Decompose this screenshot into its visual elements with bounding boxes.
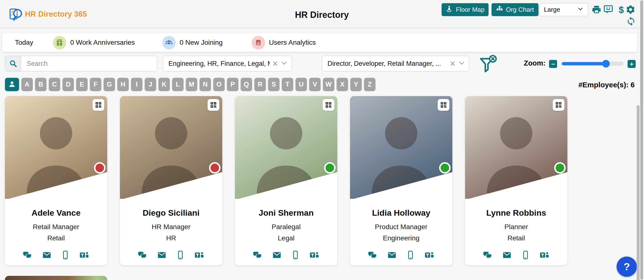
alphabet-letter-button[interactable]: Q: [240, 78, 252, 91]
email-button[interactable]: [272, 251, 282, 260]
alphabet-letter-button[interactable]: Z: [364, 78, 376, 91]
alphabet-all-button[interactable]: [5, 78, 19, 91]
page-scrollbar[interactable]: [640, 0, 644, 280]
card-size-select[interactable]: Large: [539, 3, 588, 16]
phone-button[interactable]: [176, 251, 184, 260]
contact-actions: [5, 251, 107, 260]
new-joining-item[interactable]: 0 New Joining: [162, 36, 223, 49]
zoom-out-button[interactable]: −: [549, 60, 557, 68]
content-scrollbar[interactable]: [637, 105, 640, 280]
presence-indicator: [324, 162, 336, 174]
employee-card[interactable]: Lidia Holloway Product Manager Engineeri…: [350, 96, 452, 265]
chevron-down-icon[interactable]: [281, 60, 288, 67]
chat-button[interactable]: [483, 251, 492, 260]
employee-card-partial[interactable]: [5, 276, 107, 280]
alphabet-letter-button[interactable]: L: [172, 78, 184, 91]
alphabet-letter-button[interactable]: Y: [350, 78, 362, 91]
zoom-slider[interactable]: [562, 62, 623, 65]
org-chart-button[interactable]: Org Chart: [492, 3, 538, 16]
page-scrollbar-thumb[interactable]: [640, 0, 643, 280]
chat-button[interactable]: [22, 251, 32, 260]
zoom-slider-thumb[interactable]: [602, 60, 610, 67]
chat-button[interactable]: [368, 251, 378, 260]
alphabet-letter-button[interactable]: B: [35, 78, 46, 91]
phone-button[interactable]: [61, 251, 70, 260]
filter-funnel-icon: [478, 72, 498, 76]
qr-code-icon[interactable]: [322, 99, 334, 111]
alphabet-letter-button[interactable]: D: [62, 78, 74, 91]
alphabet-letter-button[interactable]: K: [158, 78, 170, 91]
alphabet-letter-button[interactable]: I: [131, 78, 142, 91]
gear-icon: [626, 4, 636, 15]
alphabet-letter-button[interactable]: O: [213, 78, 225, 91]
alphabet-letter-button[interactable]: A: [21, 78, 33, 91]
alphabet-letter-button[interactable]: E: [76, 78, 88, 91]
chevron-down-icon[interactable]: [458, 60, 465, 67]
floor-map-button[interactable]: Floor Map: [442, 3, 488, 16]
employee-photo: [235, 96, 337, 199]
department-filter-value: Engineering, HR, Finance, Legal, Mar...: [168, 60, 270, 67]
job-title-filter-dropdown[interactable]: Director, Developer, Retail Manager, ...…: [322, 56, 469, 71]
email-button[interactable]: [42, 251, 52, 260]
department-filter-dropdown[interactable]: Engineering, HR, Finance, Legal, Mar... …: [163, 56, 292, 71]
employee-card[interactable]: Diego Siciliani HR Manager HR: [120, 96, 222, 265]
print-button[interactable]: [591, 4, 602, 15]
teams-button[interactable]: [540, 251, 550, 260]
search-input[interactable]: [21, 56, 157, 71]
alphabet-letter-button[interactable]: J: [145, 78, 156, 91]
work-anniversaries-item[interactable]: 0 Work Anniversaries: [53, 36, 135, 49]
refresh-button[interactable]: [626, 16, 636, 27]
zoom-in-button[interactable]: +: [628, 60, 636, 68]
presence-indicator: [209, 162, 220, 174]
employee-name: Diego Siciliani: [120, 208, 222, 218]
qr-code-icon[interactable]: [208, 99, 219, 111]
alphabet-letter-button[interactable]: N: [200, 78, 211, 91]
alphabet-letter-button[interactable]: U: [296, 78, 307, 91]
chat-button[interactable]: [138, 251, 147, 260]
alphabet-letter-button[interactable]: C: [49, 78, 60, 91]
alphabet-letter-button[interactable]: M: [186, 78, 197, 91]
chat-button[interactable]: [252, 251, 262, 260]
settings-button[interactable]: [625, 4, 636, 15]
employee-card[interactable]: Lynne Robbins Planner Retail: [465, 96, 568, 265]
teams-button[interactable]: [424, 251, 435, 260]
alphabet-letter-button[interactable]: G: [104, 78, 115, 91]
phone-button[interactable]: [406, 251, 415, 260]
teams-button[interactable]: [194, 251, 205, 260]
clear-icon[interactable]: ✕: [447, 59, 458, 68]
phone-button[interactable]: [291, 251, 300, 260]
presence-indicator: [439, 162, 451, 174]
person-silhouette-icon: [19, 105, 93, 194]
alphabet-letter-button[interactable]: P: [227, 78, 238, 91]
alphabet-letter-button[interactable]: W: [323, 78, 334, 91]
logo-magnifier-icon: [8, 6, 23, 22]
qr-code-icon[interactable]: [438, 99, 450, 111]
employee-card[interactable]: Adele Vance Retail Manager Retail: [5, 96, 107, 265]
help-button[interactable]: ?: [616, 257, 637, 277]
person-icon: [8, 80, 16, 89]
qr-code-icon[interactable]: [553, 99, 564, 111]
alphabet-letter-button[interactable]: R: [254, 78, 266, 91]
teams-button[interactable]: [310, 251, 320, 260]
alphabet-letter-button[interactable]: T: [282, 78, 293, 91]
phone-button[interactable]: [521, 251, 530, 260]
users-analytics-item[interactable]: Users Analytics: [252, 36, 316, 49]
employee-card[interactable]: Joni Sherman Paralegal Legal: [235, 96, 337, 265]
org-chart-icon: [496, 5, 503, 14]
email-button[interactable]: [157, 251, 166, 260]
alphabet-letter-button[interactable]: X: [336, 78, 348, 91]
clear-filters-button[interactable]: [478, 54, 498, 75]
alphabet-letter-button[interactable]: F: [90, 78, 101, 91]
employee-job-title: Paralegal: [235, 223, 337, 231]
teams-button[interactable]: [79, 251, 90, 260]
alphabet-letter-button[interactable]: V: [309, 78, 321, 91]
email-button[interactable]: [502, 251, 512, 260]
feedback-button[interactable]: [603, 4, 614, 15]
email-button[interactable]: [387, 251, 396, 260]
alphabet-letter-button[interactable]: H: [117, 78, 129, 91]
clear-icon[interactable]: ✕: [270, 59, 281, 68]
qr-code-icon[interactable]: [92, 99, 104, 111]
alphabet-letter-button[interactable]: S: [268, 78, 280, 91]
new-joining-label: 0 New Joining: [180, 39, 223, 46]
app-logo[interactable]: HR Directory 365: [8, 6, 87, 22]
